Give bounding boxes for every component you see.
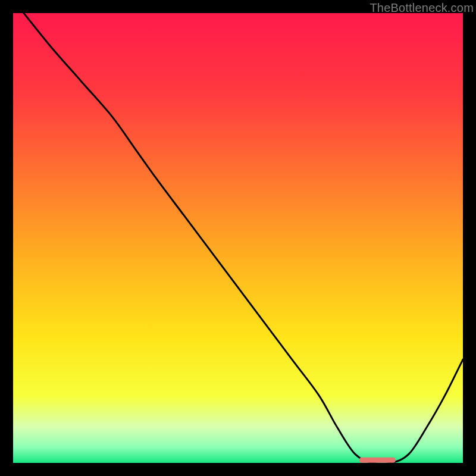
attribution-label: TheBottleneck.com [369,1,474,15]
bottleneck-plot [13,13,463,463]
chart-frame [13,13,463,463]
optimum-marker [359,458,395,463]
